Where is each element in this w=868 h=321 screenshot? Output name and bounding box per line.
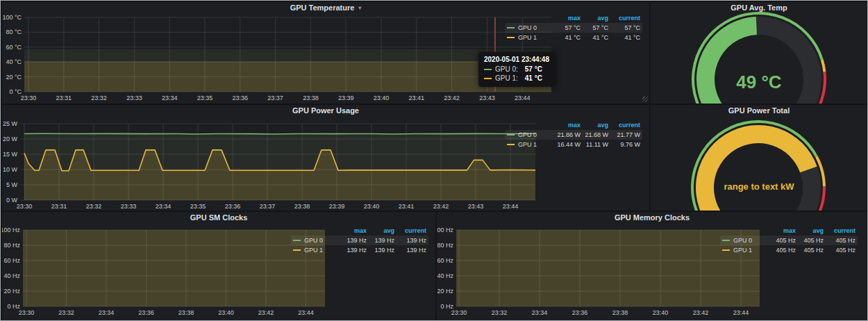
- panel-title-gpu-memory-clocks[interactable]: GPU Memory Clocks: [437, 213, 867, 222]
- svg-text:20 °C: 20 °C: [6, 74, 22, 81]
- svg-text:23:34: 23:34: [99, 309, 115, 316]
- legend-gpu-sm-clocks: maxavgcurrent GPU 0139 Hz139 Hz139 Hz GP…: [291, 226, 428, 255]
- panel-resize-handle[interactable]: [642, 97, 648, 102]
- legend-row-gpu0[interactable]: GPU 057 °C57 °C57 °C: [505, 23, 642, 33]
- panel-title-gpu-power-usage[interactable]: GPU Power Usage: [2, 106, 649, 115]
- panel-title-gpu-power-total[interactable]: GPU Power Total: [651, 106, 867, 115]
- svg-text:23:36: 23:36: [225, 203, 241, 210]
- svg-text:80 Hz: 80 Hz: [437, 242, 453, 249]
- svg-text:23:42: 23:42: [693, 309, 709, 316]
- legend-row-gpu1[interactable]: GPU 141 °C41 °C41 °C: [505, 33, 642, 42]
- legend-header-row: maxavgcurrent: [291, 226, 428, 236]
- svg-text:5 W: 5 W: [6, 181, 18, 188]
- series-color-swatch-green: [484, 69, 492, 70]
- panel-title-gpu-avg-temp[interactable]: GPU Avg. Temp: [651, 3, 867, 12]
- svg-text:23:30: 23:30: [17, 203, 33, 210]
- legend-header-max[interactable]: max: [551, 122, 581, 129]
- svg-text:23:32: 23:32: [91, 94, 107, 101]
- legend-header-avg[interactable]: avg: [796, 227, 824, 234]
- legend-header-current[interactable]: current: [394, 227, 426, 234]
- svg-text:23:31: 23:31: [51, 203, 67, 210]
- panel-title-text: GPU Temperature: [290, 3, 355, 12]
- svg-text:40 °C: 40 °C: [6, 58, 22, 65]
- svg-text:23:33: 23:33: [121, 203, 137, 210]
- panel-title-gpu-sm-clocks[interactable]: GPU SM Clocks: [2, 213, 435, 222]
- series-color-swatch-yellow: [484, 78, 492, 79]
- legend-header-current[interactable]: current: [608, 122, 640, 129]
- svg-text:23:31: 23:31: [56, 94, 72, 101]
- svg-text:23:38: 23:38: [178, 309, 194, 316]
- svg-text:23:32: 23:32: [492, 309, 508, 316]
- legend-header-avg[interactable]: avg: [581, 15, 608, 22]
- gauge-value-avg-temp: 49 °C: [651, 72, 867, 93]
- legend-header-row: maxavgcurrent: [720, 226, 858, 236]
- svg-text:23:44: 23:44: [515, 94, 531, 101]
- legend-row-gpu0[interactable]: GPU 0405 Hz405 Hz405 Hz: [720, 236, 858, 245]
- svg-text:23:32: 23:32: [86, 203, 102, 210]
- panel-gpu-temperature: 0 °C20 °C40 °C60 °C80 °C100 °C23:3023:31…: [2, 2, 649, 104]
- svg-text:23:40: 23:40: [374, 94, 390, 101]
- legend-header-max[interactable]: max: [337, 227, 367, 234]
- svg-text:23:33: 23:33: [126, 94, 142, 101]
- svg-text:23:35: 23:35: [190, 203, 206, 210]
- svg-text:80 Hz: 80 Hz: [3, 242, 20, 249]
- legend-header-avg[interactable]: avg: [367, 227, 394, 234]
- panel-gpu-avg-temp: GPU Avg. Temp 49 °C: [651, 2, 867, 104]
- svg-text:80 °C: 80 °C: [6, 28, 22, 35]
- legend-header-max[interactable]: max: [551, 15, 581, 22]
- chart-tooltip: 2020-05-01 23:44:48 GPU 0:57 °C GPU 1:41…: [478, 52, 556, 87]
- legend-header-avg[interactable]: avg: [581, 122, 608, 129]
- svg-text:23:38: 23:38: [612, 309, 628, 316]
- panel-title-gpu-temperature[interactable]: GPU Temperature▾: [2, 3, 649, 12]
- svg-text:23:40: 23:40: [218, 309, 234, 316]
- panel-gpu-memory-clocks: 0 Hz20 Hz40 Hz60 Hz80 Hz100 Hz23:3023:32…: [437, 212, 867, 320]
- svg-text:60 Hz: 60 Hz: [437, 257, 453, 264]
- svg-text:23:34: 23:34: [162, 94, 178, 101]
- panel-gpu-power-usage: 0 W5 W10 W15 W20 W25 W23:3023:3123:3223:…: [2, 105, 649, 211]
- svg-text:23:34: 23:34: [156, 203, 172, 210]
- svg-text:23:34: 23:34: [532, 309, 548, 316]
- svg-text:40 Hz: 40 Hz: [437, 272, 453, 279]
- svg-text:20 W: 20 W: [3, 135, 18, 142]
- legend-row-gpu1[interactable]: GPU 1139 Hz139 Hz139 Hz: [291, 245, 428, 255]
- panel-gpu-sm-clocks: 0 Hz20 Hz40 Hz60 Hz80 Hz100 Hz23:3023:32…: [2, 212, 435, 320]
- svg-text:23:32: 23:32: [58, 309, 74, 316]
- svg-text:23:38: 23:38: [303, 94, 319, 101]
- svg-text:23:36: 23:36: [233, 94, 249, 101]
- tooltip-timestamp: 2020-05-01 23:44:48: [484, 56, 549, 63]
- legend-header-max[interactable]: max: [767, 227, 796, 234]
- svg-text:23:42: 23:42: [433, 203, 449, 210]
- legend-header-current[interactable]: current: [608, 15, 640, 22]
- series-color-swatch-yellow: [722, 249, 730, 251]
- svg-text:40 Hz: 40 Hz: [3, 272, 20, 279]
- legend-row-gpu1[interactable]: GPU 116.44 W11.11 W9.76 W: [505, 140, 642, 149]
- legend-header-current[interactable]: current: [824, 227, 856, 234]
- svg-text:23:43: 23:43: [468, 203, 484, 210]
- chevron-down-icon: ▾: [358, 5, 361, 11]
- tooltip-row-gpu0: GPU 0:57 °C: [484, 65, 549, 74]
- legend-row-gpu1[interactable]: GPU 1405 Hz405 Hz405 Hz: [720, 245, 858, 255]
- svg-text:23:43: 23:43: [479, 94, 495, 101]
- legend-row-gpu0[interactable]: GPU 021.86 W21.68 W21.77 W: [505, 130, 642, 140]
- series-color-swatch-green: [293, 240, 301, 241]
- svg-text:23:44: 23:44: [733, 309, 749, 316]
- svg-text:23:38: 23:38: [294, 203, 310, 210]
- grafana-dashboard: 0 °C20 °C40 °C60 °C80 °C100 °C23:3023:31…: [0, 0, 868, 321]
- svg-text:23:44: 23:44: [298, 309, 314, 316]
- svg-text:60 °C: 60 °C: [6, 44, 22, 51]
- legend-gpu-temperature: maxavgcurrent GPU 057 °C57 °C57 °C GPU 1…: [505, 13, 642, 42]
- series-color-swatch-yellow: [293, 249, 301, 251]
- legend-gpu-power-usage: maxavgcurrent GPU 021.86 W21.68 W21.77 W…: [505, 120, 642, 149]
- series-color-swatch-yellow: [507, 37, 515, 38]
- svg-text:23:42: 23:42: [444, 94, 460, 101]
- svg-text:25 W: 25 W: [3, 120, 18, 127]
- legend-header-row: maxavgcurrent: [505, 120, 642, 130]
- svg-text:23:37: 23:37: [260, 203, 276, 210]
- svg-text:100 Hz: 100 Hz: [2, 227, 20, 233]
- series-color-swatch-green: [722, 240, 730, 241]
- legend-gpu-memory-clocks: maxavgcurrent GPU 0405 Hz405 Hz405 Hz GP…: [720, 226, 858, 255]
- legend-row-gpu0[interactable]: GPU 0139 Hz139 Hz139 Hz: [291, 236, 428, 245]
- svg-text:15 W: 15 W: [3, 151, 18, 158]
- series-color-swatch-yellow: [507, 144, 515, 145]
- tooltip-row-gpu1: GPU 1:41 °C: [484, 74, 549, 83]
